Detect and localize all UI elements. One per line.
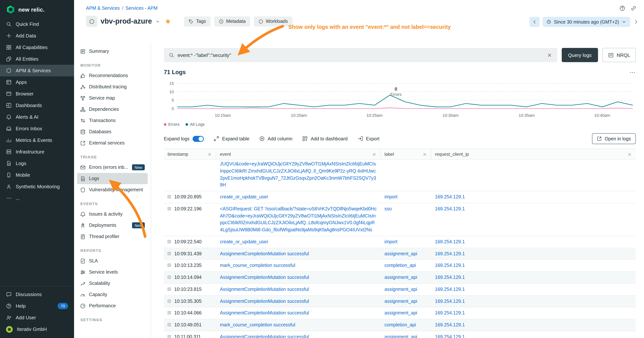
global-nav-item-apm-services[interactable]: APM & Services xyxy=(0,65,74,76)
log-row[interactable]: 10:09:20.895create_or_update_userimport1… xyxy=(164,191,636,203)
subnav-item-capacity[interactable]: Capacity xyxy=(77,289,148,300)
metadata-button[interactable]: Metadata xyxy=(214,16,250,26)
log-event-link[interactable]: create_or_update_user xyxy=(220,239,268,244)
subnav-item-logs[interactable]: Logs xyxy=(77,173,148,184)
legend-all-logs[interactable]: All Logs xyxy=(186,122,204,127)
log-ip-link[interactable]: 169.254.129.1 xyxy=(435,251,465,256)
logs-query-input[interactable]: event:* -"label":"security" xyxy=(164,48,557,62)
column-header-label[interactable]: label xyxy=(381,149,431,159)
log-label-link[interactable]: assignment_api xyxy=(384,251,417,256)
global-nav-item-metrics-events[interactable]: Metrics & Events xyxy=(0,134,74,146)
subnav-item-distributed-tracing[interactable]: Distributed tracing xyxy=(77,81,148,93)
global-nav-item-synthetic-monitoring[interactable]: Synthetic Monitoring xyxy=(0,181,74,192)
open-in-logs-button[interactable]: Open in logs xyxy=(592,133,636,144)
legend-errors[interactable]: Errors xyxy=(164,122,180,127)
remove-column-label-icon[interactable] xyxy=(422,152,427,157)
subnav-item-scalability[interactable]: Scalability xyxy=(77,278,148,289)
row-marker-icon[interactable] xyxy=(168,252,171,255)
entity-switcher-chevron-icon[interactable] xyxy=(156,19,160,24)
row-marker-icon[interactable] xyxy=(168,240,171,243)
subnav-item-deployments[interactable]: DeploymentsNew xyxy=(77,220,148,231)
row-marker-icon[interactable] xyxy=(168,264,171,267)
log-label-link[interactable]: completion_api xyxy=(384,322,416,327)
global-nav-item-discussions[interactable]: Discussions xyxy=(0,289,74,300)
tags-button[interactable]: Tags xyxy=(184,16,210,26)
subnav-item-issues-activity[interactable]: Issues & activity xyxy=(77,208,148,220)
log-row[interactable]: 10:10:13.235mark_course_completion succe… xyxy=(164,260,636,272)
log-label-link[interactable]: assignment_api xyxy=(384,310,417,316)
global-nav-item-browser[interactable]: Browser xyxy=(0,88,74,100)
column-header-event[interactable]: event xyxy=(216,149,381,159)
remove-column-event-icon[interactable] xyxy=(372,152,376,157)
global-nav-item-add-user[interactable]: Add User xyxy=(0,312,74,323)
global-nav-item-more[interactable]: ... xyxy=(0,192,74,204)
log-ip-link[interactable]: 169.254.129.1 xyxy=(435,334,465,338)
subnav-item-sla[interactable]: SLA xyxy=(77,255,148,266)
global-nav-item-mobile[interactable]: Mobile xyxy=(0,169,74,181)
log-label-link[interactable]: import xyxy=(384,194,397,199)
log-ip-link[interactable]: 169.254.129.1 xyxy=(435,322,465,327)
row-marker-icon[interactable] xyxy=(168,275,171,279)
log-ip-link[interactable]: 169.254.129.1 xyxy=(435,206,465,211)
global-nav-item-quick-find[interactable]: Quick Find xyxy=(0,18,74,30)
log-row[interactable]: 10:10:49.051mark_course_completion succe… xyxy=(164,319,636,331)
subnav-item-external-services[interactable]: External services xyxy=(77,137,148,149)
query-logs-button[interactable]: Query logs xyxy=(562,48,598,62)
global-nav-item-infrastructure[interactable]: Infrastructure xyxy=(0,146,74,158)
global-nav-item-all-capabilities[interactable]: All Capabilities xyxy=(0,42,74,53)
subnav-item-dependencies[interactable]: Dependencies xyxy=(77,104,148,115)
log-ip-link[interactable]: 169.254.129.1 xyxy=(435,310,465,316)
permalink-icon[interactable] xyxy=(630,5,636,11)
global-nav-item-apps[interactable]: Apps xyxy=(0,76,74,88)
row-marker-icon[interactable] xyxy=(168,287,171,291)
column-header-timestamp[interactable]: timestamp xyxy=(164,149,216,159)
breadcrumb-services-apm[interactable]: Services - APM xyxy=(126,6,158,11)
subnav-item-recommendations[interactable]: Recommendations xyxy=(77,70,148,81)
entity-name[interactable]: vbv-prod-azure xyxy=(100,17,152,26)
expand-logs-toggle[interactable] xyxy=(192,136,204,142)
log-event-link[interactable]: AssignmentCompletionMutation successful xyxy=(220,334,309,338)
global-nav-item-dashboards[interactable]: Dashboards xyxy=(0,100,74,111)
workloads-button[interactable]: Workloads xyxy=(254,16,292,26)
log-row[interactable]: 10:09:22.196<ASGIRequest: GET '/sso/call… xyxy=(164,203,636,236)
log-event-link[interactable]: create_or_update_user xyxy=(220,194,268,199)
log-row[interactable]: JUQVU&code=eyJraWQiOiJjcGltY29yZV8wOTl1M… xyxy=(164,160,636,191)
log-event-link[interactable]: mark_course_completion successful xyxy=(220,263,295,268)
time-back-button[interactable] xyxy=(530,17,540,27)
subnav-item-thread-profiler[interactable]: Thread profiler xyxy=(77,231,148,242)
global-nav-item-all-entities[interactable]: All Entities xyxy=(0,53,74,65)
log-row[interactable]: 10:10:14.094AssignmentCompletionMutation… xyxy=(164,272,636,284)
subnav-item-transactions[interactable]: Transactions xyxy=(77,115,148,126)
log-event-link[interactable]: AssignmentCompletionMutation successful xyxy=(220,275,309,280)
global-nav-item-add-data[interactable]: Add Data xyxy=(0,30,74,42)
log-label-link[interactable]: import xyxy=(384,239,397,244)
subnav-item-service-map[interactable]: Service map xyxy=(77,93,148,104)
global-nav-item-alerts-ai[interactable]: Alerts & AI xyxy=(0,111,74,123)
log-label-link[interactable]: assignment_api xyxy=(384,334,417,338)
row-marker-icon[interactable] xyxy=(168,323,171,326)
row-marker-icon[interactable] xyxy=(168,311,171,314)
log-label-link[interactable]: assignment_api xyxy=(384,275,417,280)
row-marker-icon[interactable] xyxy=(168,195,171,198)
newrelic-logo[interactable]: new relic. xyxy=(0,0,74,18)
log-row[interactable]: 10:09:31.439AssignmentCompletionMutation… xyxy=(164,248,636,260)
log-ip-link[interactable]: 169.254.129.1 xyxy=(435,275,465,280)
row-marker-icon[interactable] xyxy=(168,207,171,210)
log-row[interactable]: 10:10:35.305AssignmentCompletionMutation… xyxy=(164,295,636,307)
log-event-link[interactable]: mark_course_completion successful xyxy=(220,322,295,327)
remove-column-timestamp-icon[interactable] xyxy=(207,152,212,157)
column-header-request-client-ip[interactable]: request_client_ip xyxy=(431,149,636,159)
log-row[interactable]: 10:10:23.815AssignmentCompletionMutation… xyxy=(164,284,636,296)
favorite-star-icon[interactable] xyxy=(165,18,171,24)
subnav-item-summary[interactable]: Summary xyxy=(77,46,148,57)
log-ip-link[interactable]: 169.254.129.1 xyxy=(435,263,465,268)
breadcrumb-apm-services[interactable]: APM & Services xyxy=(86,6,120,11)
add-column-button[interactable]: Add column xyxy=(259,136,292,142)
log-ip-link[interactable]: 169.254.129.1 xyxy=(435,287,465,292)
clear-query-icon[interactable] xyxy=(547,52,552,58)
time-picker[interactable]: Since 30 minutes ago (GMT+2) xyxy=(543,17,630,27)
log-row[interactable]: 10:09:22.540create_or_update_userimport1… xyxy=(164,236,636,248)
time-forward-icon[interactable] xyxy=(633,19,639,25)
log-event-link[interactable]: AssignmentCompletionMutation successful xyxy=(220,287,309,292)
log-label-link[interactable]: completion_api xyxy=(384,263,416,268)
